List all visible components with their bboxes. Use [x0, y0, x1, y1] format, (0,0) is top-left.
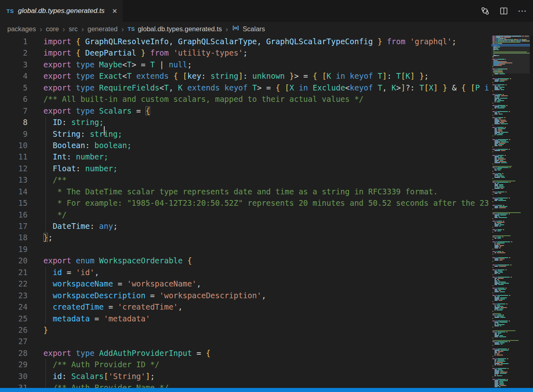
code-line[interactable]: 9 String: string;	[0, 128, 492, 140]
code-line[interactable]: 11 Int: number;	[0, 151, 492, 162]
overview-ruler	[530, 36, 533, 388]
line-number: 29	[0, 359, 28, 370]
line-number: 12	[0, 163, 28, 174]
code-line[interactable]: 12 Float: number;	[0, 163, 492, 174]
line-number: 18	[0, 232, 28, 243]
code-line[interactable]: 2import { DeepPartial } from 'utility-ty…	[0, 47, 492, 58]
code-line[interactable]: 1import { GraphQLResolveInfo, GraphQLSca…	[0, 36, 492, 47]
line-text: export type AddAuthProviderInput = {	[43, 349, 211, 358]
code-line[interactable]: 15 * For example: "1985-04-12T23:20:50.5…	[0, 197, 492, 209]
code-line[interactable]: 17 DateTime: any;	[0, 220, 492, 232]
code-line[interactable]: 28export type AddAuthProviderInput = {	[0, 347, 492, 359]
line-text: }	[43, 325, 48, 334]
line-number: 13	[0, 174, 28, 185]
line-number: 5	[0, 82, 28, 93]
tab-bar: TS global.db.types.generated.ts ✕	[0, 0, 533, 22]
line-number: 15	[0, 197, 28, 209]
code-line[interactable]: 14 * The DateTime scalar type represents…	[0, 186, 492, 197]
code-line[interactable]: 21 id = 'id',	[0, 267, 492, 278]
line-text: createdTime = 'createdTime',	[43, 302, 183, 311]
chevron-right-icon: ›	[225, 25, 228, 33]
line-number: 9	[0, 128, 28, 140]
code-line[interactable]: 10 Boolean: boolean;	[0, 140, 492, 151]
code-line[interactable]: 31 /** Auth Provider Name */	[0, 382, 492, 388]
minimap-current-line-highlight	[492, 44, 530, 46]
line-text: export type RequireFields<T, K extends k…	[43, 83, 489, 92]
line-text: export enum WorkspaceOrderable {	[43, 256, 192, 265]
chevron-right-icon: ›	[62, 25, 65, 33]
line-number: 19	[0, 243, 28, 255]
line-text: export type Maybe<T> = T | null;	[43, 60, 192, 69]
line-number: 27	[0, 336, 28, 347]
line-number: 14	[0, 186, 28, 197]
code-line[interactable]: 18};	[0, 232, 492, 243]
breadcrumb-symbol-label: Scalars	[243, 25, 265, 33]
tab-global-db-types[interactable]: TS global.db.types.generated.ts ✕	[0, 0, 123, 22]
line-number: 2	[0, 47, 28, 58]
tab-title: global.db.types.generated.ts	[18, 7, 105, 15]
line-text: * For example: "1985-04-12T23:20:50.52Z"…	[43, 198, 489, 207]
line-number: 23	[0, 290, 28, 301]
code-line[interactable]: 5export type RequireFields<T, K extends …	[0, 82, 492, 93]
code-line[interactable]: 30 id: Scalars['String'];	[0, 370, 492, 382]
code-line[interactable]: 29 /** Auth Provider ID */	[0, 359, 492, 370]
line-text: ID: string;	[43, 118, 104, 127]
code-line[interactable]: 6/** All built-in and custom scalars, ma…	[0, 93, 492, 105]
line-number: 3	[0, 59, 28, 70]
code-line[interactable]: 25 metadata = 'metadata'	[0, 313, 492, 324]
line-number: 30	[0, 370, 28, 382]
minimap[interactable]	[492, 36, 530, 388]
split-editor-icon[interactable]	[499, 6, 509, 16]
code-line[interactable]: 22 workspaceName = 'workspaceName',	[0, 278, 492, 289]
breadcrumb-item-src[interactable]: src	[69, 25, 77, 33]
line-number: 8	[0, 116, 28, 128]
code-line[interactable]: 4export type Exact<T extends { [key: str…	[0, 70, 492, 82]
line-text: /** All built-in and custom scalars, map…	[43, 95, 363, 103]
breadcrumb-item-file[interactable]: TS global.db.types.generated.ts	[127, 25, 222, 33]
line-number: 26	[0, 324, 28, 336]
line-text: * The DateTime scalar type represents da…	[43, 187, 438, 196]
breadcrumb-file-label: global.db.types.generated.ts	[138, 25, 222, 33]
open-changes-icon[interactable]	[480, 6, 490, 16]
status-bar[interactable]	[0, 388, 533, 392]
typescript-file-icon: TS	[127, 26, 135, 32]
line-text: */	[43, 210, 67, 219]
line-number: 25	[0, 313, 28, 324]
line-text: import { DeepPartial } from 'utility-typ…	[43, 48, 247, 57]
line-number: 7	[0, 105, 28, 116]
code-line[interactable]: 3export type Maybe<T> = T | null;	[0, 59, 492, 70]
code-line[interactable]: 23 workspaceDescription = 'workspaceDesc…	[0, 290, 492, 301]
line-number: 16	[0, 209, 28, 220]
code-line[interactable]: 27	[0, 336, 492, 347]
code-line[interactable]: 24 createdTime = 'createdTime',	[0, 301, 492, 312]
more-actions-icon[interactable]: ⋯	[518, 6, 527, 15]
code-line[interactable]: 7export type Scalars = {	[0, 105, 492, 116]
code-line[interactable]: 8 ID: string;	[0, 116, 492, 128]
breadcrumb-item-packages[interactable]: packages	[7, 25, 36, 33]
breadcrumb-item-symbol[interactable]: Scalars	[232, 24, 265, 34]
line-number: 17	[0, 220, 28, 232]
code-area[interactable]: 1import { GraphQLResolveInfo, GraphQLSca…	[0, 36, 492, 388]
code-line[interactable]: 19	[0, 243, 492, 255]
editor-actions: ⋯	[480, 0, 533, 22]
line-text: Int: number;	[43, 152, 108, 161]
code-line[interactable]: 13 /**	[0, 174, 492, 185]
line-text: id: Scalars['String'];	[43, 372, 155, 381]
code-line[interactable]: 16 */	[0, 209, 492, 220]
editor[interactable]: 1import { GraphQLResolveInfo, GraphQLSca…	[0, 36, 533, 388]
chevron-right-icon: ›	[121, 25, 124, 33]
code-line[interactable]: 20export enum WorkspaceOrderable {	[0, 255, 492, 266]
line-number: 1	[0, 36, 28, 47]
breadcrumb-item-core[interactable]: core	[46, 25, 59, 33]
line-number: 4	[0, 70, 28, 82]
line-text: Boolean: boolean;	[43, 141, 131, 150]
close-icon[interactable]: ✕	[112, 7, 117, 15]
line-number: 10	[0, 140, 28, 151]
typescript-file-icon: TS	[6, 8, 14, 14]
code-line[interactable]: 26}	[0, 324, 492, 336]
breadcrumb-item-generated[interactable]: generated	[88, 25, 118, 33]
line-text: import { GraphQLResolveInfo, GraphQLScal…	[43, 37, 456, 46]
line-text: export type Exact<T extends { [key: stri…	[43, 71, 429, 80]
line-number: 11	[0, 151, 28, 162]
minimap-slider[interactable]	[492, 36, 530, 73]
